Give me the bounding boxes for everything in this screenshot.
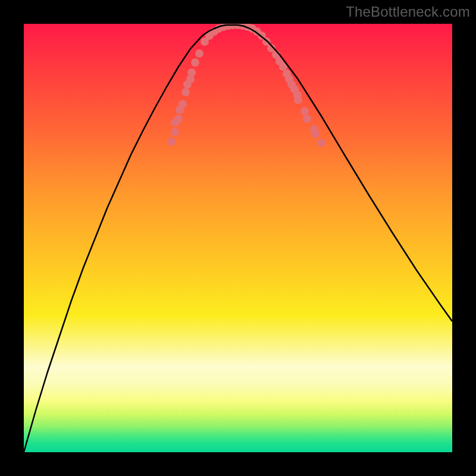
curve-svg (24, 24, 452, 452)
watermark-text: TheBottleneck.com (346, 4, 470, 20)
data-marker (195, 49, 203, 58)
data-marker (303, 115, 311, 123)
data-marker (187, 68, 196, 77)
data-marker (174, 115, 183, 123)
data-marker (300, 107, 309, 115)
data-marker (317, 139, 325, 147)
chart-frame: TheBottleneck.com (0, 0, 476, 476)
data-marker (167, 137, 176, 146)
data-marker (178, 100, 187, 108)
data-marker (311, 130, 320, 138)
data-marker (171, 128, 179, 136)
plot-area (24, 24, 452, 452)
data-marker (191, 58, 199, 67)
data-marker (294, 96, 302, 104)
bottleneck-curve (24, 25, 452, 452)
data-marker (181, 88, 190, 96)
